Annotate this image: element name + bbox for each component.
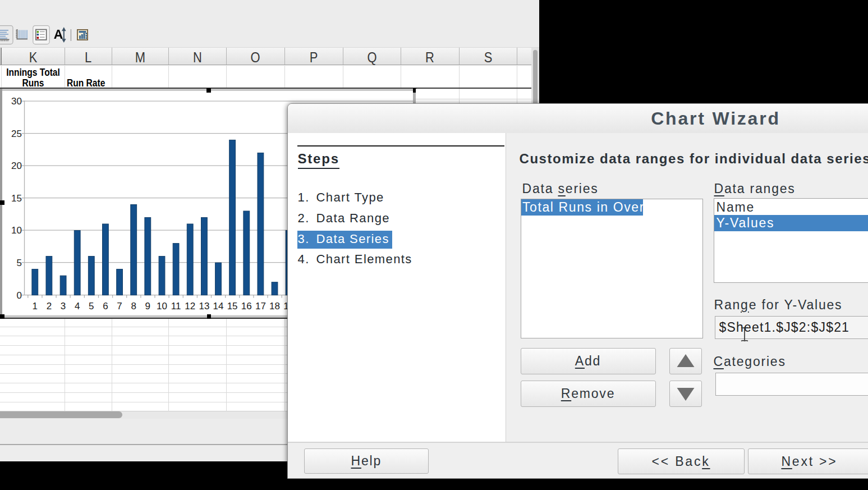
svg-text:5: 5 [89, 301, 94, 312]
svg-text:3: 3 [60, 301, 65, 312]
svg-text:7: 7 [117, 301, 122, 312]
svg-text:9: 9 [145, 301, 150, 312]
svg-text:14: 14 [213, 301, 223, 312]
svg-text:30: 30 [11, 96, 22, 107]
svg-text:13: 13 [199, 301, 209, 312]
svg-text:20: 20 [11, 161, 22, 171]
svg-text:4: 4 [74, 301, 79, 312]
svg-text:18: 18 [269, 301, 280, 312]
svg-text:17: 17 [255, 301, 265, 312]
svg-text:8: 8 [131, 301, 136, 312]
svg-text:12: 12 [185, 301, 195, 312]
svg-text:2: 2 [46, 301, 51, 312]
svg-text:10: 10 [157, 301, 167, 312]
svg-text:0: 0 [16, 290, 21, 301]
svg-text:15: 15 [11, 193, 22, 204]
svg-text:10: 10 [11, 225, 22, 236]
svg-text:1: 1 [32, 301, 37, 312]
svg-text:25: 25 [11, 129, 22, 139]
svg-text:16: 16 [241, 301, 251, 312]
svg-text:5: 5 [16, 258, 21, 268]
svg-text:11: 11 [171, 301, 181, 312]
svg-text:6: 6 [103, 301, 108, 312]
svg-text:15: 15 [227, 301, 237, 312]
